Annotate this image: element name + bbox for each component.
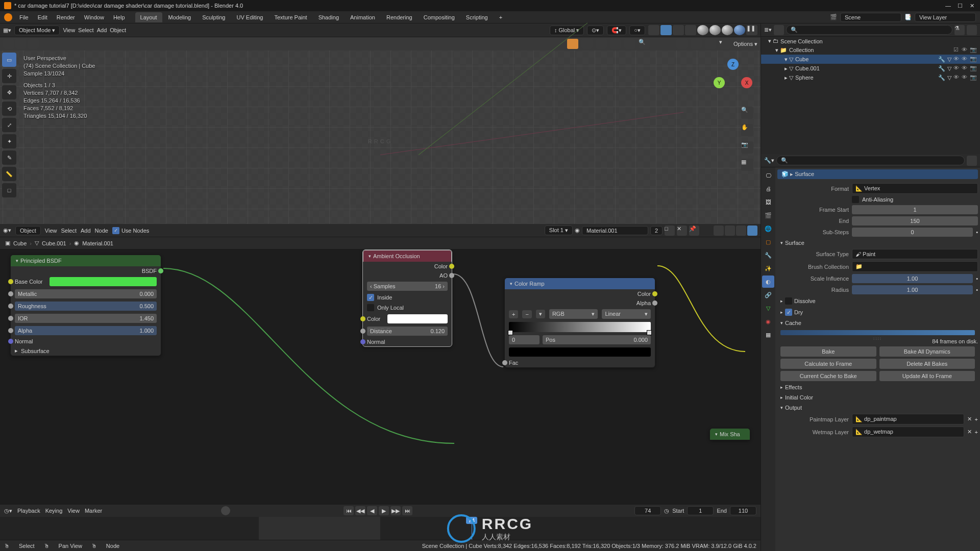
current-frame[interactable]: 74: [634, 506, 661, 515]
visibility-icon[interactable]: [705, 39, 716, 49]
add-icon[interactable]: +: [975, 416, 978, 422]
sh-preview-icon[interactable]: [747, 226, 757, 236]
anim-dot[interactable]: •: [976, 229, 978, 235]
modifier-icon[interactable]: [581, 39, 593, 49]
mode-dropdown[interactable]: Object Mode ▾: [14, 26, 60, 35]
ao-color-swatch[interactable]: [387, 314, 448, 323]
outliner-search[interactable]: 🔍: [786, 25, 952, 35]
hair-icon[interactable]: [624, 39, 635, 49]
tl-menu-keying[interactable]: Keying: [45, 508, 63, 514]
vp-menu-view[interactable]: View: [63, 27, 75, 33]
properties-search[interactable]: 🔍: [776, 156, 965, 165]
display-mode-icon[interactable]: [774, 25, 784, 35]
filter-icon[interactable]: ▾: [719, 39, 730, 49]
tab-compositing[interactable]: Compositing: [419, 12, 460, 22]
substeps-field[interactable]: 0: [852, 228, 973, 237]
autokey-icon[interactable]: [221, 506, 230, 515]
crumb-mat[interactable]: Material.001: [82, 240, 113, 246]
sh-menu-node[interactable]: Node: [95, 228, 108, 234]
prop-tab-texture[interactable]: ▦: [762, 329, 774, 341]
orientation-dropdown[interactable]: ↕ Global ▾: [550, 26, 584, 35]
menu-file[interactable]: File: [15, 13, 33, 22]
clock-icon[interactable]: ◷: [664, 508, 669, 514]
ramp-interp-dd[interactable]: Linear▾: [602, 309, 651, 319]
orient-icon-2[interactable]: [15, 39, 27, 49]
ramp-mode-dd[interactable]: RGB▾: [549, 309, 598, 319]
frame-start-field[interactable]: 1: [852, 205, 978, 214]
crumb-data[interactable]: Cube.001: [42, 240, 66, 246]
tool-annotate[interactable]: ✎: [2, 151, 16, 165]
cache-slider[interactable]: ::::: [780, 330, 975, 335]
crumb-obj[interactable]: Cube: [13, 240, 27, 246]
scale-influence-field[interactable]: 1.00: [852, 274, 973, 283]
persp-icon[interactable]: ▦: [741, 159, 753, 171]
viewlayer-field[interactable]: View Layer: [915, 13, 976, 22]
mat-pin-icon[interactable]: 📌: [689, 226, 699, 236]
tl-menu-view[interactable]: View: [67, 508, 80, 514]
outliner-item-sphere[interactable]: ▸ ▽ Sphere🔧▽👁👁📷: [761, 73, 980, 82]
track-icon[interactable]: [676, 39, 688, 49]
sh-menu-select[interactable]: Select: [61, 228, 77, 234]
ramp-pos[interactable]: Pos0.000: [543, 335, 651, 344]
sh-overlay-icon[interactable]: [725, 226, 735, 236]
colorramp-gradient[interactable]: [509, 322, 651, 332]
tab-rendering[interactable]: Rendering: [381, 12, 418, 22]
prop-tab-constraint[interactable]: 🔗: [762, 289, 774, 301]
outliner-item-cube[interactable]: ▾ ▽ Cube🔧▽👁👁📷: [761, 55, 980, 64]
snap-dropdown[interactable]: 🧲▾: [607, 26, 626, 35]
timeline-editor-icon[interactable]: ◷▾: [4, 508, 12, 514]
shader-type-dropdown[interactable]: Object: [15, 226, 41, 235]
bake-all-button[interactable]: Bake All Dynamics: [879, 346, 975, 357]
slot-dropdown[interactable]: Slot 1 ▾: [545, 226, 573, 235]
tab-animation[interactable]: Animation: [345, 12, 380, 22]
proportional-dropdown[interactable]: ○▾: [629, 26, 645, 35]
play-rev-icon[interactable]: ◀: [367, 506, 377, 515]
mat-unlink-icon[interactable]: ✕: [677, 226, 687, 236]
menu-window[interactable]: Window: [80, 13, 108, 22]
vp-menu-add[interactable]: Add: [97, 27, 107, 33]
start-frame[interactable]: 1: [687, 506, 714, 515]
tab-shading[interactable]: Shading: [313, 12, 344, 22]
tool-addcube[interactable]: □: [2, 183, 16, 197]
prop-tab-physics[interactable]: ◐: [762, 276, 774, 288]
orient-icon-3[interactable]: [28, 39, 39, 49]
editor-type-icon[interactable]: ▦▾: [3, 27, 11, 34]
outliner-editor-icon[interactable]: ≣▾: [764, 27, 772, 33]
zoom-icon[interactable]: 🔍: [741, 107, 753, 119]
wetmap-field[interactable]: 📐 dp_wetmap: [852, 427, 964, 437]
ao-onlylocal-check[interactable]: [367, 304, 374, 311]
maximize-icon[interactable]: ☐: [958, 3, 964, 9]
remove-icon[interactable]: ✕: [967, 429, 972, 435]
radius-field[interactable]: 1.00: [852, 285, 973, 294]
menu-edit[interactable]: Edit: [34, 13, 52, 22]
update-all-button[interactable]: Update All to Frame: [879, 371, 975, 381]
vp-menu-select[interactable]: Select: [78, 27, 94, 33]
node-principled-bsdf[interactable]: ▾Principled BSDF BSDF Base Color Metalli…: [10, 255, 161, 356]
tool-cursor[interactable]: ✛: [2, 69, 16, 83]
node-editor[interactable]: ▾Principled BSDF BSDF Base Color Metalli…: [0, 249, 761, 504]
vp-menu-object[interactable]: Object: [110, 27, 126, 33]
shader-editor-icon[interactable]: ◉▾: [3, 227, 11, 234]
surface-type-dropdown[interactable]: 🖌 Paint: [852, 249, 978, 259]
tab-add[interactable]: +: [494, 12, 507, 22]
shading-toggle[interactable]: [685, 25, 696, 35]
sh-menu-view[interactable]: View: [45, 228, 57, 234]
tl-menu-playback[interactable]: Playback: [17, 508, 40, 514]
options-dropdown[interactable]: Options ▾: [733, 41, 757, 47]
xray-toggle[interactable]: [673, 25, 684, 35]
scene-field[interactable]: Scene: [840, 13, 901, 22]
tool-select[interactable]: ▭: [2, 53, 16, 67]
bake-button[interactable]: Bake: [780, 346, 876, 357]
axis-x[interactable]: X: [741, 77, 752, 88]
remove-icon[interactable]: ✕: [967, 416, 972, 422]
prop-tab-material[interactable]: ◉: [762, 315, 774, 328]
tab-texpaint[interactable]: Texture Paint: [269, 12, 312, 22]
drag-icon[interactable]: [691, 39, 702, 49]
ramp-remove-icon[interactable]: −: [522, 310, 531, 318]
orient-icon-1[interactable]: [3, 39, 14, 49]
tl-menu-marker[interactable]: Marker: [85, 508, 102, 514]
pan-icon[interactable]: ✋: [741, 124, 753, 136]
prop-tab-world[interactable]: 🌐: [762, 222, 774, 235]
brush-collection-dropdown[interactable]: 📁: [852, 261, 978, 272]
prop-tab-object[interactable]: ▢: [762, 236, 774, 248]
